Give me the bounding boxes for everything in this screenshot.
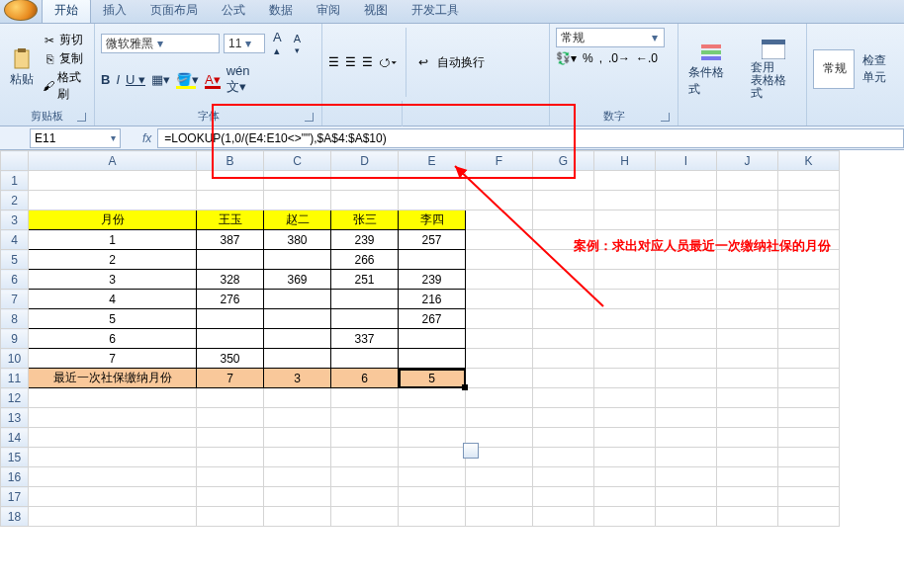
phonetic-button[interactable]: wén文▾ <box>226 63 250 96</box>
worksheet-grid[interactable]: A B C D E F G H I J K 1 2 3 月份 王玉 <box>0 150 904 588</box>
row-header[interactable]: 9 <box>1 329 29 349</box>
tab-insert[interactable]: 插入 <box>91 0 138 23</box>
cell[interactable]: 3 <box>29 270 197 290</box>
cell[interactable]: 328 <box>197 270 264 290</box>
fill-color-button[interactable]: 🪣▾ <box>176 72 199 87</box>
row-header[interactable]: 4 <box>1 230 29 250</box>
italic-button[interactable]: I <box>116 72 120 87</box>
cell[interactable]: 251 <box>331 270 399 290</box>
cell[interactable]: 6 <box>331 369 399 388</box>
tab-home[interactable]: 开始 <box>42 0 91 23</box>
orientation-button[interactable]: ⭯▾ <box>379 55 397 69</box>
bold-button[interactable]: B <box>101 72 110 87</box>
row-header[interactable]: 1 <box>1 171 29 191</box>
cell[interactable] <box>399 250 466 270</box>
row-header[interactable]: 3 <box>1 210 29 230</box>
font-color-button[interactable]: A▾ <box>205 72 221 87</box>
tab-data[interactable]: 数据 <box>257 0 305 23</box>
underline-button[interactable]: U ▾ <box>126 72 145 87</box>
conditional-format-button[interactable]: 条件格式 <box>684 39 739 100</box>
cell[interactable]: 月份 <box>29 210 197 230</box>
copy-button[interactable]: ⎘复制 <box>42 50 88 67</box>
row-header[interactable]: 11 <box>1 369 29 388</box>
tab-formula[interactable]: 公式 <box>210 0 257 23</box>
cell[interactable]: 张三 <box>331 210 399 230</box>
font-name-combo[interactable]: 微软雅黑▾ <box>101 34 220 53</box>
cell[interactable]: 267 <box>399 309 466 329</box>
cell[interactable]: 276 <box>197 290 264 309</box>
cell[interactable]: 216 <box>399 290 466 309</box>
fx-icon[interactable]: fx <box>142 131 151 145</box>
decrease-font-button[interactable]: A▾ <box>290 31 305 57</box>
cell[interactable] <box>331 290 399 309</box>
tab-review[interactable]: 审阅 <box>305 0 352 23</box>
cell[interactable]: 王玉 <box>197 210 264 230</box>
cell[interactable]: 最近一次社保缴纳月份 <box>29 369 197 388</box>
cell[interactable]: 3 <box>264 369 331 388</box>
row-header[interactable]: 8 <box>1 309 29 329</box>
cell[interactable]: 7 <box>29 349 197 369</box>
cell[interactable] <box>264 250 331 270</box>
border-button[interactable]: ▦▾ <box>151 72 170 87</box>
cell[interactable] <box>264 290 331 309</box>
row-header[interactable]: 18 <box>1 507 29 527</box>
col-header[interactable]: H <box>594 151 656 171</box>
tab-dev[interactable]: 开发工具 <box>400 0 471 23</box>
cell[interactable] <box>264 329 331 349</box>
row-header[interactable]: 7 <box>1 290 29 309</box>
paste-button[interactable]: 粘贴 <box>6 45 38 90</box>
cell[interactable]: 6 <box>29 329 197 349</box>
row-header[interactable]: 14 <box>1 428 29 448</box>
cell[interactable]: 239 <box>399 270 466 290</box>
autofill-options-button[interactable] <box>463 443 479 459</box>
cell[interactable]: 257 <box>399 230 466 250</box>
increase-font-button[interactable]: A▴ <box>269 28 286 59</box>
check-cell-button[interactable]: 检查单元 <box>859 50 898 88</box>
row-header[interactable]: 5 <box>1 250 29 270</box>
name-box[interactable]: E11 ▾ <box>30 128 121 148</box>
col-header[interactable]: I <box>656 151 717 171</box>
col-header[interactable]: J <box>717 151 778 171</box>
cut-button[interactable]: ✂剪切 <box>42 32 88 48</box>
currency-button[interactable]: 💱▾ <box>556 51 577 65</box>
wrap-text-button[interactable]: 自动换行 <box>437 54 485 71</box>
comma-button[interactable]: , <box>599 51 602 65</box>
col-header[interactable]: E <box>399 151 466 171</box>
cell[interactable]: 350 <box>197 349 264 369</box>
tab-view[interactable]: 视图 <box>352 0 400 23</box>
cell[interactable]: 387 <box>197 230 264 250</box>
row-header[interactable]: 17 <box>1 487 29 507</box>
cell[interactable] <box>197 309 264 329</box>
cell[interactable] <box>264 349 331 369</box>
col-header[interactable]: K <box>778 151 840 171</box>
row-header[interactable]: 16 <box>1 467 29 487</box>
cell[interactable]: 李四 <box>399 210 466 230</box>
cell[interactable]: 369 <box>264 270 331 290</box>
table-format-button[interactable]: 套用 表格格式 <box>747 36 801 103</box>
cell[interactable] <box>399 329 466 349</box>
cell[interactable]: 7 <box>197 369 264 388</box>
number-format-combo[interactable]: 常规▾ <box>556 28 665 47</box>
cell[interactable]: 380 <box>264 230 331 250</box>
col-header[interactable]: A <box>29 151 197 171</box>
cell-style-normal[interactable]: 常规 <box>813 49 855 89</box>
col-header[interactable]: F <box>466 151 533 171</box>
cell[interactable] <box>331 309 399 329</box>
active-cell[interactable]: 5 <box>399 369 466 388</box>
cell[interactable] <box>197 250 264 270</box>
col-header[interactable]: C <box>264 151 331 171</box>
office-button[interactable] <box>4 0 38 21</box>
align-middle-button[interactable]: ☰ <box>345 55 356 69</box>
cell[interactable]: 239 <box>331 230 399 250</box>
col-header[interactable]: G <box>533 151 594 171</box>
col-header[interactable]: B <box>197 151 264 171</box>
align-bottom-button[interactable]: ☰ <box>362 55 373 69</box>
cell[interactable] <box>399 349 466 369</box>
cell[interactable]: 5 <box>29 309 197 329</box>
formula-input[interactable]: =LOOKUP(1,0/(E4:E10<>""),$A$4:$A$10) <box>157 128 904 148</box>
select-all-corner[interactable] <box>1 151 29 171</box>
cell[interactable] <box>331 349 399 369</box>
row-header[interactable]: 6 <box>1 270 29 290</box>
row-header[interactable]: 13 <box>1 408 29 428</box>
cell[interactable]: 337 <box>331 329 399 349</box>
